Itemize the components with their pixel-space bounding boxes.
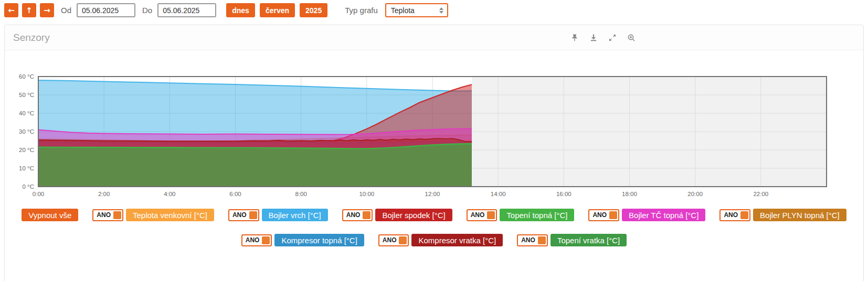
zoom-in-icon[interactable]: [627, 34, 636, 42]
ano-toggle-box: [113, 211, 121, 219]
ano-toggle-label: ANO: [232, 211, 247, 219]
year-button[interactable]: 2025: [300, 3, 327, 17]
svg-text:18:00: 18:00: [622, 191, 637, 197]
ano-toggle-box: [363, 211, 371, 219]
svg-text:2:00: 2:00: [98, 191, 110, 197]
ano-toggle-bojler-tc-topna[interactable]: ANO: [588, 209, 619, 221]
ano-toggle-label: ANO: [724, 211, 738, 219]
ano-toggle-label: ANO: [383, 236, 397, 244]
ano-toggle-topeni-topna[interactable]: ANO: [467, 209, 497, 221]
ano-toggle-box: [262, 236, 270, 244]
date-to-label: Do: [142, 6, 152, 15]
date-to-input[interactable]: [157, 3, 216, 17]
legend-group-topeni-topna: ANOTopení topná [°C]: [467, 209, 575, 221]
ano-toggle-kompresor-topna[interactable]: ANO: [241, 234, 272, 246]
svg-text:0 °C: 0 °C: [23, 183, 35, 190]
month-button[interactable]: červen: [260, 3, 295, 17]
legend-button-topeni-topna[interactable]: Topení topná [°C]: [500, 209, 574, 221]
download-icon[interactable]: [589, 34, 598, 42]
ano-toggle-label: ANO: [346, 211, 361, 219]
legend-row-2: ANOKompresor topná [°C]ANOKompresor vrat…: [5, 234, 863, 246]
legend-button-topeni-vratka[interactable]: Topení vratka [°C]: [551, 234, 627, 246]
legend-group-bojler-vrch: ANOBojler vrch [°C]: [228, 209, 328, 221]
ano-toggle-bojler-spodek[interactable]: ANO: [342, 209, 373, 221]
ano-toggle-label: ANO: [97, 211, 111, 219]
ano-toggle-label: ANO: [246, 236, 260, 244]
date-from-label: Od: [61, 6, 71, 15]
legend-group-bojler-spodek: ANOBojler spodek [°C]: [342, 209, 452, 221]
ano-toggle-bojler-vrch[interactable]: ANO: [228, 209, 259, 221]
legend-button-teplota-venkovni[interactable]: Teplota venkovní [°C]: [126, 209, 214, 221]
legend-group-topeni-vratka: ANOTopení vratka [°C]: [517, 234, 627, 246]
ano-toggle-box: [609, 211, 617, 219]
ano-toggle-box: [740, 211, 748, 219]
ano-toggle-box: [538, 236, 546, 244]
pin-icon[interactable]: [570, 34, 579, 42]
prev-button[interactable]: ←: [4, 3, 18, 17]
legend-button-bojler-spodek[interactable]: Bojler spodek [°C]: [375, 209, 452, 221]
chart-area: 0:002:004:006:008:0010:0012:0014:0016:00…: [5, 50, 863, 200]
panel-title: Senzory: [13, 32, 50, 44]
legend-button-turn-off-all[interactable]: Vypnout vše: [22, 209, 78, 221]
svg-text:10:00: 10:00: [359, 191, 374, 197]
ano-toggle-box: [487, 211, 495, 219]
svg-text:50 °C: 50 °C: [19, 92, 34, 98]
svg-text:12:00: 12:00: [425, 191, 440, 197]
arrow-left-icon: ←: [8, 6, 15, 15]
svg-text:40 °C: 40 °C: [19, 110, 34, 116]
svg-text:20:00: 20:00: [687, 191, 703, 197]
legend-group-kompresor-topna: ANOKompresor topná [°C]: [241, 234, 364, 246]
svg-text:8:00: 8:00: [295, 191, 306, 197]
chart-type-value: Teplota: [391, 6, 432, 15]
ano-toggle-label: ANO: [471, 211, 485, 219]
legend-button-bojler-plyn-topna[interactable]: Bojler PLYN topná [°C]: [753, 209, 846, 221]
legend-button-bojler-tc-topna[interactable]: Bojler TČ topná [°C]: [622, 209, 705, 221]
ano-toggle-teplota-venkovni[interactable]: ANO: [92, 209, 123, 221]
legend-button-bojler-vrch[interactable]: Bojler vrch [°C]: [262, 209, 328, 221]
svg-text:60 °C: 60 °C: [19, 73, 34, 80]
sensors-panel: Senzory 0:002:004:006:008:0010:0012:0014…: [4, 25, 864, 281]
legend-group-kompresor-vratka: ANOKompresor vratka [°C]: [378, 234, 503, 246]
legend-group-teplota-venkovni: ANOTeplota venkovní [°C]: [92, 209, 214, 221]
chart-type-label: Typ grafu: [345, 6, 378, 15]
legend-button-kompresor-topna[interactable]: Kompresor topná [°C]: [274, 234, 364, 246]
ano-toggle-topeni-vratka[interactable]: ANO: [517, 234, 548, 246]
arrow-up-icon: ↑: [26, 6, 33, 15]
svg-text:6:00: 6:00: [229, 191, 241, 197]
ano-toggle-kompresor-vratka[interactable]: ANO: [378, 234, 409, 246]
ano-toggle-box: [249, 211, 257, 219]
top-toolbar: ← ↑ → Od Do dnes červen 2025 Typ grafu T…: [0, 0, 868, 20]
svg-text:16:00: 16:00: [556, 191, 571, 197]
today-button[interactable]: dnes: [226, 3, 255, 17]
sensor-chart[interactable]: 0:002:004:006:008:0010:0012:0014:0016:00…: [5, 67, 861, 198]
select-spinner-icon: [439, 7, 443, 14]
x-axis-labels: 0:002:004:006:008:0010:0012:0014:0016:00…: [33, 191, 768, 197]
legend-button-kompresor-vratka[interactable]: Kompresor vratka [°C]: [411, 234, 503, 246]
expand-icon[interactable]: [608, 34, 617, 42]
svg-text:30 °C: 30 °C: [19, 128, 34, 135]
svg-text:0:00: 0:00: [33, 191, 44, 197]
svg-text:10 °C: 10 °C: [19, 165, 34, 171]
ano-toggle-box: [399, 236, 407, 244]
next-button[interactable]: →: [40, 3, 54, 17]
legend-group-turn-off-all: Vypnout vše: [22, 209, 78, 221]
legend-row-1: Vypnout všeANOTeplota venkovní [°C]ANOBo…: [5, 209, 863, 221]
legend-group-bojler-plyn-topna: ANOBojler PLYN topná [°C]: [719, 209, 846, 221]
panel-header: Senzory: [5, 25, 863, 50]
y-axis-labels: 0 °C10 °C20 °C30 °C40 °C50 °C60 °C: [19, 73, 34, 190]
svg-text:4:00: 4:00: [164, 191, 175, 197]
date-from-input[interactable]: [77, 3, 135, 17]
ano-toggle-label: ANO: [521, 236, 535, 244]
ano-toggle-label: ANO: [592, 211, 607, 219]
arrow-right-icon: →: [44, 6, 50, 15]
svg-text:14:00: 14:00: [491, 191, 506, 197]
area-topeni-topna: [38, 144, 472, 187]
legend-group-bojler-tc-topna: ANOBojler TČ topná [°C]: [588, 209, 705, 221]
svg-text:22:00: 22:00: [753, 191, 768, 197]
ano-toggle-bojler-plyn-topna[interactable]: ANO: [719, 209, 750, 221]
svg-text:20 °C: 20 °C: [19, 147, 34, 153]
chart-type-select[interactable]: Teplota: [385, 3, 448, 17]
up-button[interactable]: ↑: [22, 3, 36, 17]
